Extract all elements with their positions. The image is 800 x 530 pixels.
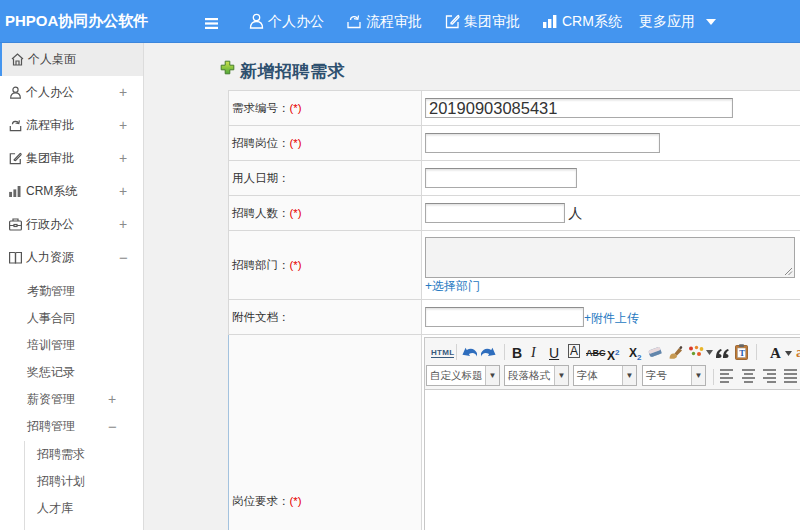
svg-text:T: T bbox=[739, 348, 745, 358]
